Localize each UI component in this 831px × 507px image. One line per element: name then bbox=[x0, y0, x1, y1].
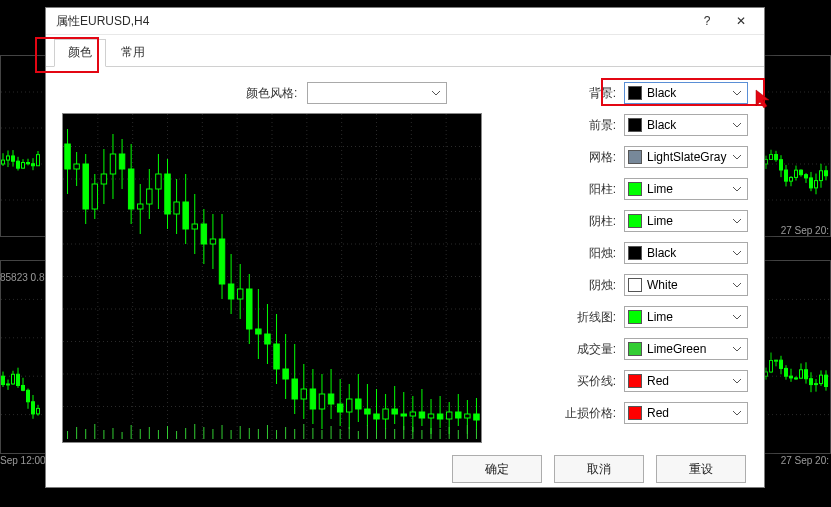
color-swatch bbox=[628, 86, 642, 100]
color-select-8[interactable]: LimeGreen bbox=[624, 338, 748, 360]
chevron-down-icon bbox=[729, 347, 744, 352]
color-name: Red bbox=[647, 374, 729, 388]
color-select-4[interactable]: Lime bbox=[624, 210, 748, 232]
option-row-4: 阴柱:Lime bbox=[564, 209, 748, 233]
option-label: 止损价格: bbox=[552, 405, 616, 422]
chevron-down-icon bbox=[729, 123, 744, 128]
color-swatch bbox=[628, 150, 642, 164]
color-swatch bbox=[628, 278, 642, 292]
bg-time-a: Sep 12:00 bbox=[0, 455, 46, 466]
close-button[interactable]: ✕ bbox=[724, 8, 758, 34]
color-name: Red bbox=[647, 406, 729, 420]
bg-time-c: 27 Sep 20: bbox=[781, 455, 829, 466]
option-row-5: 阳烛:Black bbox=[564, 241, 748, 265]
color-swatch bbox=[628, 214, 642, 228]
chart-preview bbox=[62, 113, 482, 443]
help-button[interactable]: ? bbox=[690, 8, 724, 34]
color-select-3[interactable]: Lime bbox=[624, 178, 748, 200]
color-select-9[interactable]: Red bbox=[624, 370, 748, 392]
color-style-select[interactable] bbox=[307, 82, 447, 104]
chevron-down-icon bbox=[729, 315, 744, 320]
chevron-down-icon bbox=[428, 91, 443, 96]
chevron-down-icon bbox=[729, 251, 744, 256]
color-swatch bbox=[628, 182, 642, 196]
color-swatch bbox=[628, 406, 642, 420]
color-name: LightSlateGray bbox=[647, 150, 729, 164]
chevron-down-icon bbox=[729, 283, 744, 288]
option-label: 阴烛: bbox=[564, 277, 616, 294]
color-swatch bbox=[628, 310, 642, 324]
color-select-10[interactable]: Red bbox=[624, 402, 748, 424]
color-swatch bbox=[628, 374, 642, 388]
option-row-3: 阳柱:Lime bbox=[564, 177, 748, 201]
chevron-down-icon bbox=[729, 411, 744, 416]
color-name: Lime bbox=[647, 214, 729, 228]
chevron-down-icon bbox=[729, 91, 744, 96]
option-row-9: 买价线:Red bbox=[564, 369, 748, 393]
bg-time-b: 27 Sep 20: bbox=[781, 225, 829, 236]
chevron-down-icon bbox=[729, 187, 744, 192]
color-name: Black bbox=[647, 86, 729, 100]
option-label: 前景: bbox=[564, 117, 616, 134]
color-select-6[interactable]: White bbox=[624, 274, 748, 296]
color-name: Black bbox=[647, 246, 729, 260]
bg-price: 85823 0.8 bbox=[0, 272, 45, 283]
dialog-buttons: 确定 取消 重设 bbox=[46, 451, 764, 487]
tab-bar: 颜色 常用 bbox=[46, 38, 764, 67]
option-label: 背景: bbox=[564, 85, 616, 102]
option-row-8: 成交量:LimeGreen bbox=[564, 337, 748, 361]
option-row-10: 止损价格:Red bbox=[564, 401, 748, 425]
titlebar: 属性EURUSD,H4 ? ✕ bbox=[46, 8, 764, 35]
option-row-0: 背景:Black bbox=[564, 81, 748, 105]
color-select-1[interactable]: Black bbox=[624, 114, 748, 136]
option-row-7: 折线图:Lime bbox=[564, 305, 748, 329]
option-label: 成交量: bbox=[552, 341, 616, 358]
color-name: Lime bbox=[647, 182, 729, 196]
tab-colors[interactable]: 颜色 bbox=[54, 39, 106, 67]
properties-dialog: 属性EURUSD,H4 ? ✕ 颜色 常用 颜色风格: 背景:Black前景:B… bbox=[45, 7, 765, 488]
color-name: LimeGreen bbox=[647, 342, 729, 356]
color-select-2[interactable]: LightSlateGray bbox=[624, 146, 748, 168]
option-label: 网格: bbox=[564, 149, 616, 166]
option-row-1: 前景:Black bbox=[564, 113, 748, 137]
reset-button[interactable]: 重设 bbox=[656, 455, 746, 483]
color-name: Black bbox=[647, 118, 729, 132]
color-swatch bbox=[628, 246, 642, 260]
chevron-down-icon bbox=[729, 155, 744, 160]
color-select-7[interactable]: Lime bbox=[624, 306, 748, 328]
color-style-label: 颜色风格: bbox=[246, 85, 297, 102]
color-swatch bbox=[628, 342, 642, 356]
chevron-down-icon bbox=[729, 379, 744, 384]
option-label: 阳柱: bbox=[564, 181, 616, 198]
option-label: 阳烛: bbox=[564, 245, 616, 262]
option-row-6: 阴烛:White bbox=[564, 273, 748, 297]
color-name: White bbox=[647, 278, 729, 292]
color-name: Lime bbox=[647, 310, 729, 324]
option-label: 折线图: bbox=[552, 309, 616, 326]
dialog-title: 属性EURUSD,H4 bbox=[56, 13, 690, 30]
tab-common[interactable]: 常用 bbox=[108, 40, 158, 66]
ok-button[interactable]: 确定 bbox=[452, 455, 542, 483]
color-swatch bbox=[628, 118, 642, 132]
color-select-5[interactable]: Black bbox=[624, 242, 748, 264]
option-row-2: 网格:LightSlateGray bbox=[564, 145, 748, 169]
cancel-button[interactable]: 取消 bbox=[554, 455, 644, 483]
chevron-down-icon bbox=[729, 219, 744, 224]
option-label: 买价线: bbox=[552, 373, 616, 390]
option-label: 阴柱: bbox=[564, 213, 616, 230]
color-select-0[interactable]: Black bbox=[624, 82, 748, 104]
